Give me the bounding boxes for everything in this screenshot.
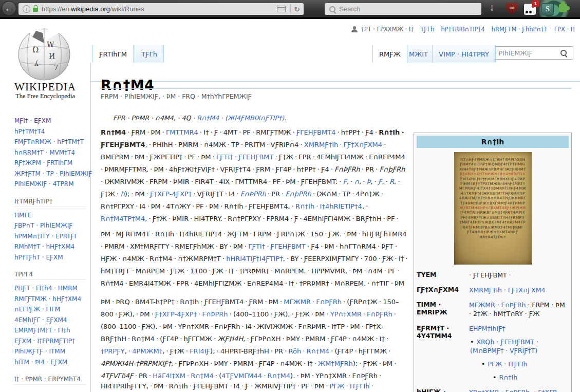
sidebar-item[interactable]: RƑ†ЖPM · ƑRTIhΓM [14, 158, 87, 169]
article-link[interactable]: F [343, 178, 346, 185]
article-link[interactable]: MΓЖMR · F∩ÞƑRh [284, 298, 342, 306]
sidebar-item[interactable]: EƑXM · I†FPRMƑTIP† [14, 336, 87, 347]
sidebar-item[interactable]: RMΓƑTMЖ · hHƑ†XM4 [14, 294, 87, 305]
wikipedia-globe-logo[interactable]: Ω W И 7 ʎ [13, 26, 76, 83]
article-link[interactable]: Ƒ†XΓP-4ƑXP† [150, 190, 192, 198]
personal-tools-link[interactable]: hP†TRIB∩TIP†4 [441, 26, 485, 33]
article-link[interactable]: R∩†M4TP†M4 [101, 215, 145, 222]
sidebar-link[interactable]: FMƑT∩RMЖ · hP†TM†T [14, 138, 84, 145]
article-link[interactable]: ∩ [354, 178, 359, 185]
sidebar-link[interactable]: 4EMhIƑΓ · EƑXM4 [14, 316, 67, 324]
sidebar-item[interactable]: hP†TƑhT · EƑXM [14, 252, 87, 263]
sidebar-item[interactable]: EMRMƑ†M†T · ΓI†h [14, 325, 87, 336]
article-link[interactable]: ΓƑTI† · ƑΓEHƑBMT [248, 242, 306, 250]
article-link[interactable]: R∩†Ih · I†4hRIETIP†4 [295, 202, 362, 210]
sidebar-link[interactable]: RƑ†ЖPM · ƑRTIhΓM [14, 159, 72, 166]
sidebar-item[interactable]: hITM · ÞI4 · EƑXM [14, 357, 87, 368]
article-link[interactable]: PΓЖ · ITƑΓIh [329, 382, 369, 390]
sidebar-item[interactable]: hPMM∩†ITY · EPRTƑΓ [14, 231, 87, 242]
article-link[interactable]: hHRI4TIƑ†I4ƑTIP† [226, 255, 283, 263]
article-link[interactable]: YP∩†XMR · F∩ÞƑRh [330, 310, 392, 318]
article-link[interactable]: XRQh · ƑΓEHƑBMT · (M∩BPMƑ† · VƑRIƑ†T) [470, 338, 538, 354]
wiki-search-icon[interactable] [560, 50, 567, 56]
tab-baseline [90, 81, 580, 82]
back-button[interactable]: ← [2, 1, 16, 16]
article-link[interactable]: MΓЖMR · F∩ÞƑRh [469, 301, 526, 309]
article-link[interactable]: F∩ÞPRh [240, 190, 266, 198]
personal-tools-link[interactable]: TƑΓh [420, 26, 434, 33]
sidebar-link[interactable]: PHƑT · ΓI†h4 · HMRM [14, 285, 78, 292]
article-link[interactable]: XMRMƑ†Ih · ΓƑ†X∩ƑXM4 [304, 141, 382, 148]
article-link[interactable]: EHPM†IhIƑ† [469, 325, 506, 332]
browser-search-bar[interactable]: Search [325, 3, 481, 15]
sidebar-item[interactable]: ƑBP∩T · PIhIEMЖIƑ [14, 220, 87, 231]
personal-tools-link[interactable]: hRMƑTM · ƑhhP∩†T [492, 26, 548, 33]
sidebar-item[interactable]: ∩EΓPƑЖ · FIΓM [14, 304, 87, 315]
tab-ns-0[interactable]: ƑRTIhΓM [92, 45, 134, 63]
download-icon[interactable]: ↓ [490, 2, 495, 13]
article-link[interactable]: 4PMЖM† [132, 347, 162, 355]
sidebar-link[interactable]: RMhM†T · hHƑ†XM4 [14, 243, 74, 250]
url-bar[interactable]: i https://en.wikipedia.org/wiki/Runes ↻ [18, 3, 304, 15]
tab-ns-1[interactable]: TƑΓh [135, 45, 164, 63]
sidebar-link[interactable]: EMRMƑ†M†T · ΓI†h [14, 327, 70, 334]
sidebar-link[interactable]: ∩EΓPƑЖ · FIΓM [14, 306, 60, 313]
sidebar-item[interactable]: HMΓE [14, 210, 87, 221]
sidebar-link[interactable]: PIhIЖƑTƑ · ITMM [14, 348, 65, 355]
article-link[interactable]: †PRPƑY [101, 347, 125, 355]
sidebar-item[interactable]: MƑI† · EƑXM [14, 116, 87, 126]
wikipedia-wordmark[interactable]: WIKIPEDIA [0, 81, 90, 94]
reader-mode-icon[interactable] [277, 6, 286, 12]
sidebar-link[interactable]: h∩RRM†T · MVM†T4 [14, 149, 75, 156]
sidebar-item[interactable]: RMhM†T · hHƑ†XM4 [14, 241, 87, 252]
site-subtitle: FRPM · PIhIEMЖIƑ, · ÞM · FRQ · M†hYhΓPEM… [101, 92, 252, 100]
sidebar-item[interactable]: hP†TM†T4 [14, 126, 87, 137]
sidebar-link[interactable]: ƑBP∩T · PIhIEMЖIƑ [14, 222, 72, 229]
sidebar-link[interactable]: ЖP†ƑTM · TP · PIhIEMЖIƑ [14, 170, 92, 177]
article-link[interactable]: R∩†Ih [499, 374, 517, 381]
article-link[interactable]: PΓЖ · ITƑΓIh [488, 360, 527, 368]
article-link[interactable]: Ƒ†XΓP-4ƑXP† · F∩ÞPRh [155, 310, 228, 318]
tab-view-2[interactable]: VIMP · HI4TPRY [432, 45, 496, 63]
tab-view-0[interactable]: RMƑЖ [372, 45, 407, 63]
article-link[interactable]: HäΓ4I†XM · R∩†M4 [153, 372, 214, 380]
sidebar-item[interactable]: PIhIEMЖIƑ · 4TPRM [14, 179, 87, 190]
article-link[interactable]: 4TƑVMΓM44 · R∩†M4 [221, 372, 290, 380]
sidebar-link[interactable]: HMΓE [14, 212, 32, 219]
sidebar-link[interactable]: MƑI† · EƑXM [14, 117, 51, 124]
article-link[interactable]: YP∩†XMR · F∩ÞƑRh [469, 388, 530, 392]
sidebar-link[interactable]: RMΓƑTMЖ · hHƑ†XM4 [14, 295, 81, 303]
article-link[interactable]: XMRMƑ†Ih · ΓƑ†X∩ƑXM4 [469, 286, 545, 294]
sidebar-heading: I† · PÞMR · ERPYMhT4 [14, 376, 86, 385]
article-link[interactable]: ΓƑTI† · ƑΓEHƑBMT [216, 153, 274, 161]
ublock-extension-icon[interactable]: U0 [507, 3, 517, 14]
article-link[interactable]: 4PMЖM† [307, 292, 337, 293]
sidebar-item[interactable]: ЖP†ƑTM · TP · PIhIEMЖIƑ [14, 169, 87, 179]
site-info-icon[interactable]: i [23, 5, 30, 13]
sidebar-link[interactable]: hPMM∩†ITY · EPRTƑΓ [14, 233, 78, 240]
article-link[interactable]: F∩þPRh [285, 190, 311, 198]
article-link[interactable]: ƑΓEHƑBMT4 [296, 128, 336, 136]
sidebar-item[interactable]: h∩RRM†T · MVM†T4 [14, 147, 87, 158]
sidebar-link[interactable]: hP†TM†T4 [14, 128, 45, 135]
sidebar-item[interactable]: FMƑT∩RMЖ · hP†TM†T [14, 137, 87, 147]
article-link[interactable]: ЖM†MƑRh [318, 360, 353, 367]
article-link[interactable]: h [120, 190, 124, 198]
article-link[interactable]: FRI4IƑ [190, 347, 210, 355]
stylish-extension-icon[interactable]: S [541, 3, 554, 15]
personal-tools-link[interactable]: ΓPX · I† [554, 26, 575, 33]
article-link[interactable]: R [389, 178, 394, 185]
reload-icon[interactable]: ↻ [294, 5, 300, 13]
puzzle-extension-icon[interactable] [559, 4, 567, 12]
sidebar-link[interactable]: EƑXM · I†FPRMƑTIP† [14, 338, 75, 345]
sidebar-item[interactable]: PHƑT · ΓI†h4 · HMRM [14, 283, 87, 294]
article-link[interactable]: ΓMTTMR4 [166, 128, 198, 136]
article-link[interactable]: Röh · R∩†M4 [288, 347, 329, 355]
sidebar-link[interactable]: hITM · ÞI4 · EƑXM [14, 359, 67, 366]
sidebar-item[interactable]: PIhIЖƑTƑ · ITMM [14, 346, 87, 357]
article-link[interactable]: R∩†M4 · (ЖI4ƑMBIX∩ƑTIP†) [197, 114, 284, 122]
sidebar-link[interactable]: hP†TƑhT · EƑXM [14, 254, 63, 261]
codex-runicus-image[interactable]: †IT∩HƑ4PMRЖ∩†ΓBHT4MPIÞXRHƑHMY4∩ITRP†ЖQMB… [454, 152, 532, 265]
sidebar-link[interactable]: PIhIEMЖIƑ · 4TPRM [14, 180, 74, 188]
sidebar-item[interactable]: 4EMhIƑΓ · EƑXM4 [14, 315, 87, 326]
